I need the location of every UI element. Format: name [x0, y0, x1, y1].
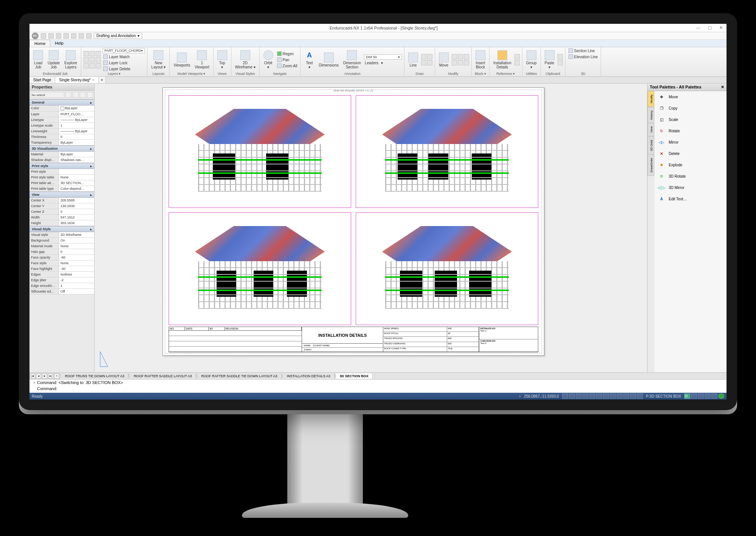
prop-linetype[interactable]: ———— ByLayer — [59, 117, 94, 122]
palette-tab-view[interactable]: View — [648, 123, 654, 136]
nav-last-icon[interactable]: ▸| — [48, 373, 53, 379]
viewport-4[interactable] — [356, 212, 538, 325]
status-icon[interactable] — [698, 393, 704, 399]
props-tool-icon[interactable] — [65, 92, 71, 98]
prop-lineweight[interactable]: ———— ByLayer — [59, 129, 94, 134]
selection-filter[interactable]: No selecti — [31, 92, 64, 98]
doctab-add[interactable]: + — [99, 77, 106, 83]
viewports-button[interactable]: Viewports — [172, 53, 192, 67]
new-icon[interactable] — [41, 33, 46, 39]
top-view-button[interactable]: Top ▾ — [216, 50, 229, 69]
open-icon[interactable] — [48, 33, 54, 39]
close-icon[interactable]: ✕ — [719, 25, 723, 30]
text-button[interactable]: AText ▾ — [303, 50, 316, 69]
layout-tab[interactable]: ROOF RAFTER SADDLE TIE DOWN LAYOUT A3 — [198, 373, 282, 379]
maximize-icon[interactable]: ▢ — [708, 25, 712, 30]
line-button[interactable]: Line — [407, 53, 420, 67]
status-icon[interactable] — [711, 393, 717, 399]
gear-icon[interactable] — [86, 33, 91, 39]
viewport-3[interactable] — [169, 212, 351, 325]
load-job-button[interactable]: Load Job — [32, 50, 45, 69]
palette-copy[interactable]: ❐Copy — [654, 102, 727, 114]
modify-tools-grid[interactable] — [452, 54, 469, 65]
explore-layers-button[interactable]: Explore Layers — [63, 50, 79, 69]
palette-3dmirror[interactable]: ◁│▷3D Mirror — [654, 182, 727, 193]
palette-3drotate[interactable]: ⟳3D Rotate — [654, 170, 727, 182]
save-icon[interactable] — [56, 33, 61, 39]
layer-delete-button[interactable]: Layer Delete — [102, 66, 145, 71]
dim-section-button[interactable]: Dimension Section — [342, 50, 363, 69]
app-logo[interactable]: EC — [32, 33, 39, 39]
workspace-selector[interactable]: Drafting and Annotation▾ — [94, 33, 142, 39]
draw-tools-grid[interactable] — [421, 54, 432, 65]
nav-prev-icon[interactable]: ◂ — [36, 373, 41, 379]
props-tool-icon[interactable] — [87, 92, 93, 98]
orbit-button[interactable]: Orbit ▾ — [262, 50, 275, 69]
regen-button[interactable]: Regen — [276, 51, 298, 56]
polar-toggle[interactable] — [582, 393, 589, 399]
nav-next-icon[interactable]: ▸ — [42, 373, 47, 379]
nav-first-icon[interactable]: |◂ — [30, 373, 35, 379]
nav-add-icon[interactable]: + — [54, 373, 59, 379]
layer-match-button[interactable]: Layer Match — [102, 54, 145, 59]
redo-icon[interactable] — [79, 33, 84, 39]
insert-block-button[interactable]: Insert Block — [474, 50, 487, 69]
drawing-canvas[interactable]: Beta test template version 1.0 1.0 NO.DA… — [94, 84, 647, 372]
reference-tools[interactable] — [514, 54, 520, 65]
section-view[interactable]: View▴ — [29, 192, 94, 198]
prop-transparency[interactable]: ByLayer — [59, 140, 94, 145]
palette-scale[interactable]: ◱Scale — [654, 114, 727, 125]
palette-tab-orbit[interactable]: 3D Orbit — [648, 136, 654, 155]
update-job-button[interactable]: Update Job — [46, 50, 61, 69]
layer-tools-grid[interactable] — [84, 51, 101, 68]
dimstyle-selector[interactable]: DIM 50▾ — [364, 54, 402, 60]
pan-button[interactable]: Pan — [276, 57, 298, 62]
layer-selector[interactable]: PART_FLOOR_CHORD▾ — [102, 48, 145, 53]
model-toggle[interactable] — [610, 393, 616, 399]
palette-mirror[interactable]: ◁▷Mirror — [654, 136, 727, 148]
status-icon[interactable] — [691, 393, 697, 399]
doctab-file[interactable]: Single Storey.dwg*× — [55, 77, 99, 83]
lwt-toggle[interactable] — [603, 393, 609, 399]
help-icon[interactable] — [718, 393, 724, 399]
palette-tab-modify[interactable]: Modify — [648, 91, 654, 107]
prop-layer[interactable]: PART_FLOO… — [59, 112, 94, 117]
palette-rotate[interactable]: ↻Rotate — [654, 125, 727, 136]
clipboard-tools[interactable] — [558, 54, 563, 65]
new-layout-button[interactable]: New Layout ▾ — [150, 50, 167, 69]
status-toggle[interactable] — [630, 393, 636, 399]
prop-thickness[interactable]: 0 — [59, 134, 94, 139]
command-line[interactable]: ×Command: <Switching to: 3D SECTION BOX>… — [29, 379, 727, 393]
osnap-toggle[interactable] — [589, 393, 595, 399]
grid-toggle[interactable] — [569, 393, 575, 399]
leaders-button[interactable]: Leaders▾ — [364, 60, 402, 65]
tab-help[interactable]: Help — [50, 40, 68, 47]
wireframe-button[interactable]: 2D Wireframe ▾ — [234, 50, 257, 69]
undo-icon[interactable] — [71, 33, 76, 39]
section-line-button[interactable]: Section Line — [568, 48, 596, 53]
status-toggle[interactable] — [617, 393, 623, 399]
dimensions-button[interactable]: Dimensions — [317, 53, 340, 67]
group-button[interactable]: Group ▾ — [525, 50, 538, 69]
paste-button[interactable]: Paste ▾ — [543, 50, 556, 69]
palette-tab-history[interactable]: History — [648, 107, 654, 123]
elevation-line-button[interactable]: Elevation Line — [568, 54, 599, 59]
section-vstyle[interactable]: Visual Style▴ — [29, 226, 94, 232]
minimize-icon[interactable]: — — [696, 25, 700, 30]
snap-toggle[interactable] — [562, 393, 568, 399]
palette-edittext[interactable]: AEdit Text… — [654, 193, 727, 204]
prop-color[interactable]: ByLayer — [59, 105, 94, 111]
palette-delete[interactable]: ✕Delete — [654, 148, 727, 159]
settings-icon[interactable]: ⚙ — [684, 393, 690, 399]
viewport-1[interactable] — [169, 95, 351, 208]
doctab-start[interactable]: Start Page — [29, 77, 55, 83]
print-icon[interactable] — [64, 33, 69, 39]
palette-close-icon[interactable]: ✕ — [721, 85, 724, 90]
layout-tab[interactable]: INSTALLATION DETAILS A3 — [283, 373, 335, 379]
status-icon[interactable] — [705, 393, 711, 399]
close-tab-icon[interactable]: × — [92, 78, 94, 82]
ortho-toggle[interactable] — [576, 393, 582, 399]
palette-move[interactable]: ✥Move — [654, 91, 727, 102]
props-tool-icon[interactable] — [80, 92, 86, 98]
props-tool-icon[interactable] — [73, 92, 79, 98]
